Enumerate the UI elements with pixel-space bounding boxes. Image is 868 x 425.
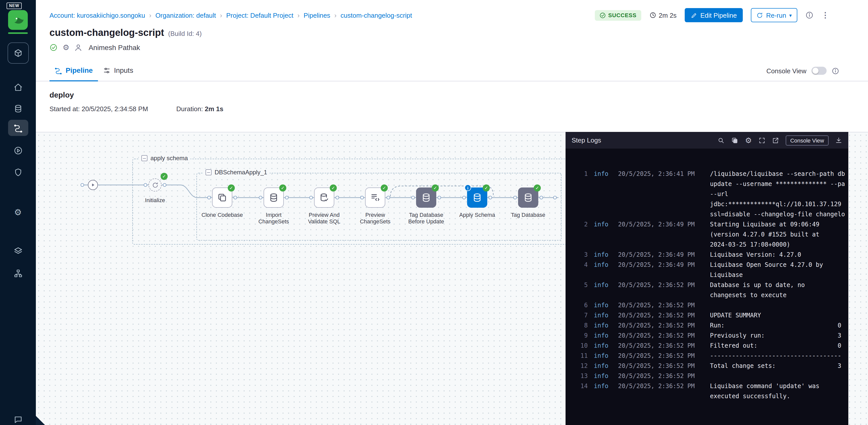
author-row: ⚙ Animesh Pathak bbox=[36, 38, 868, 52]
node-clone-codebase[interactable]: ✓ Clone Codebase bbox=[199, 188, 245, 218]
tab-inputs[interactable]: Inputs bbox=[98, 66, 138, 81]
changeset-list-icon bbox=[370, 193, 380, 203]
status-check-icon: ✓ bbox=[161, 173, 168, 180]
chat-icon[interactable] bbox=[8, 413, 28, 425]
canvas-corner-handle bbox=[36, 416, 45, 425]
node-import-changesets[interactable]: ✓ Import ChangeSets bbox=[251, 188, 297, 225]
stage-name: deploy bbox=[50, 90, 855, 99]
log-line: 9info20/5/2025, 2:36:52 PMPreviously run… bbox=[565, 331, 848, 341]
step-logs-panel: Step Logs ⚙ Console View 1info20/5/2025,… bbox=[565, 132, 848, 425]
breadcrumb-pipelines[interactable]: Pipelines bbox=[298, 11, 330, 19]
log-line: 8info20/5/2025, 2:36:52 PMRun: 0 bbox=[565, 320, 848, 331]
breadcrumb-organization[interactable]: Organization: default bbox=[149, 11, 216, 19]
database-icon bbox=[472, 193, 482, 203]
console-view-control: Console View bbox=[766, 67, 839, 81]
search-icon[interactable] bbox=[718, 137, 725, 144]
console-view-info-icon[interactable] bbox=[832, 67, 839, 75]
layers-icon[interactable] bbox=[8, 244, 28, 259]
success-circle-icon bbox=[50, 44, 58, 52]
database-icon bbox=[421, 193, 431, 203]
refresh-icon bbox=[756, 12, 763, 19]
clock-icon bbox=[649, 11, 656, 19]
step-logs-body[interactable]: 1info20/5/2025, 2:36:41 PM/liquibase/liq… bbox=[565, 148, 848, 425]
status-check-icon: ✓ bbox=[279, 185, 286, 192]
status-check-icon: ✓ bbox=[330, 185, 337, 192]
database-icon bbox=[523, 193, 533, 203]
log-line: 1info20/5/2025, 2:36:41 PM/liquibase/liq… bbox=[565, 169, 848, 219]
tabbar: Pipeline Inputs Console View bbox=[36, 60, 868, 81]
console-view-toggle[interactable] bbox=[811, 67, 827, 75]
breadcrumb-project[interactable]: Project: Default Project bbox=[220, 11, 293, 19]
log-line: 10info20/5/2025, 2:36:52 PMFiltered out:… bbox=[565, 341, 848, 351]
node-label: Initialize bbox=[135, 197, 175, 203]
title-row: custom-changelog-script (Build Id: 4) bbox=[36, 22, 868, 38]
pipeline-settings-gear-icon[interactable]: ⚙ bbox=[63, 43, 69, 52]
duration: Duration: 2m 1s bbox=[176, 105, 223, 113]
start-node[interactable] bbox=[88, 180, 98, 190]
node-apply-schema[interactable]: i✓ Apply Schema bbox=[455, 188, 500, 218]
step-logs-title: Step Logs bbox=[571, 137, 711, 144]
home-icon[interactable] bbox=[8, 80, 28, 95]
started-at: Started at: 20/5/2025, 2:34:58 PM bbox=[50, 105, 148, 113]
node-tag-database[interactable]: ✓ Tag Database bbox=[505, 188, 551, 218]
node-preview-changesets[interactable]: ✓ Preview ChangeSets bbox=[352, 188, 398, 225]
node-preview-and-validate-sql[interactable]: ✓ Preview And Validate SQL bbox=[302, 188, 347, 225]
console-view-label: Console View bbox=[766, 67, 806, 75]
node-initialize[interactable] bbox=[149, 178, 162, 192]
log-fullscreen-icon[interactable] bbox=[758, 137, 766, 144]
breadcrumb-pipeline-name[interactable]: custom-changelog-script bbox=[334, 11, 412, 19]
content-row: apply schema DBSchemaApply_1 ✓ bbox=[36, 132, 868, 425]
org-structure-icon[interactable] bbox=[8, 266, 28, 281]
main-area: Account: kurosakiichigo.songoku Organiza… bbox=[36, 0, 868, 425]
download-icon[interactable] bbox=[835, 137, 842, 144]
module-selector-icon[interactable] bbox=[7, 42, 29, 64]
page-title: custom-changelog-script bbox=[50, 27, 164, 38]
shield-icon[interactable] bbox=[8, 165, 28, 180]
header-actions: SUCCESS 2m 2s Edit Pipeline Re-run ▾ bbox=[595, 8, 829, 22]
rerun-button[interactable]: Re-run ▾ bbox=[751, 8, 797, 22]
log-line: 5info20/5/2025, 2:36:52 PMDatabase is up… bbox=[565, 280, 848, 300]
caret-down-icon: ▾ bbox=[789, 12, 792, 18]
info-badge-icon: i bbox=[465, 185, 471, 191]
executions-icon[interactable] bbox=[8, 143, 28, 158]
status-check-icon: ✓ bbox=[381, 185, 388, 192]
pipeline-tab-icon bbox=[55, 66, 62, 74]
step-logs-header: Step Logs ⚙ Console View bbox=[565, 132, 848, 148]
collapse-icon[interactable] bbox=[206, 169, 212, 175]
status-check-icon: ✓ bbox=[534, 185, 541, 192]
step-group-label: DBSchemaApply_1 bbox=[203, 169, 270, 176]
pipelines-icon[interactable] bbox=[8, 120, 28, 136]
stage-group-label: apply schema bbox=[139, 154, 190, 162]
pipeline-info-icon[interactable] bbox=[805, 11, 813, 19]
copy-icon bbox=[217, 193, 227, 203]
node-tag-database-before-update[interactable]: ✓ Tag Database Before Update bbox=[403, 188, 449, 225]
elapsed-time: 2m 2s bbox=[649, 11, 677, 19]
log-settings-gear-icon[interactable]: ⚙ bbox=[745, 136, 752, 145]
log-line: 6info20/5/2025, 2:36:52 PM bbox=[565, 300, 848, 310]
external-link-icon[interactable] bbox=[772, 137, 779, 144]
app-root: NEW ⚙ bbox=[0, 0, 868, 425]
active-module-underline bbox=[8, 32, 28, 34]
kebab-menu-icon[interactable]: ⋮ bbox=[822, 10, 829, 20]
status-check-icon: ✓ bbox=[432, 185, 439, 192]
status-check-icon: ✓ bbox=[483, 185, 490, 192]
tab-pipeline[interactable]: Pipeline bbox=[50, 66, 98, 81]
copy-icon[interactable] bbox=[732, 137, 739, 144]
stage-meta: Started at: 20/5/2025, 2:34:58 PM Durati… bbox=[50, 105, 855, 113]
log-line: 12info20/5/2025, 2:36:52 PMTotal change … bbox=[565, 361, 848, 371]
log-console-view-button[interactable]: Console View bbox=[786, 135, 829, 145]
database-module-icon[interactable] bbox=[8, 101, 28, 116]
database-check-icon bbox=[319, 193, 329, 203]
settings-gear-icon[interactable]: ⚙ bbox=[8, 205, 28, 220]
log-line: 11info20/5/2025, 2:36:52 PM-------------… bbox=[565, 351, 848, 361]
log-line: 13info20/5/2025, 2:36:52 PM bbox=[565, 371, 848, 381]
header-row: Account: kurosakiichigo.songoku Organiza… bbox=[36, 0, 868, 22]
collapse-icon[interactable] bbox=[142, 155, 148, 161]
harness-logo[interactable] bbox=[8, 10, 28, 30]
edit-pipeline-button[interactable]: Edit Pipeline bbox=[685, 8, 743, 22]
log-line: 7info20/5/2025, 2:36:52 PMUPDATE SUMMARY bbox=[565, 310, 848, 320]
status-check-icon: ✓ bbox=[228, 185, 235, 192]
log-line: 3info20/5/2025, 2:36:49 PMLiquibase Vers… bbox=[565, 250, 848, 260]
breadcrumb-account[interactable]: Account: kurosakiichigo.songoku bbox=[50, 11, 145, 19]
breadcrumb: Account: kurosakiichigo.songoku Organiza… bbox=[50, 11, 595, 19]
